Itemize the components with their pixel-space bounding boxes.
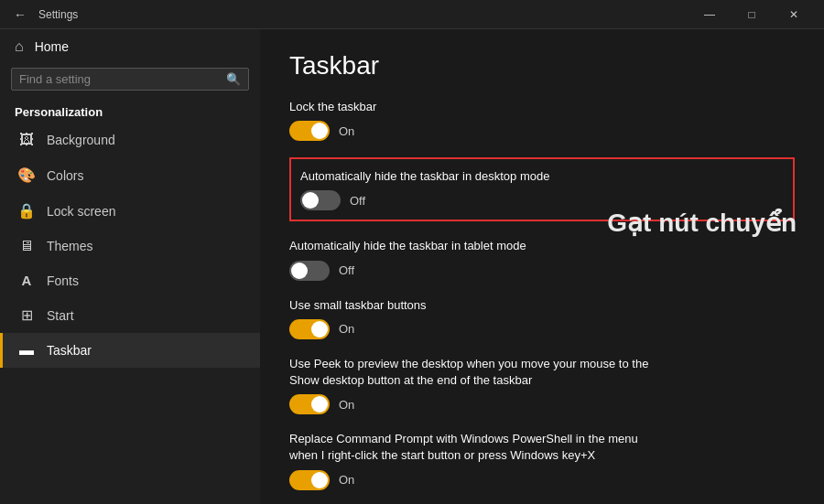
- annotation-text: Gạt nút chuyển: [607, 208, 797, 238]
- sidebar-item-taskbar[interactable]: ▬ Taskbar: [0, 333, 260, 368]
- sidebar-item-label-background: Background: [47, 133, 115, 147]
- toggle-label-lock-taskbar: On: [339, 124, 354, 138]
- title-bar: ← Settings — □ ✕: [0, 0, 824, 29]
- toggle-row-powershell: On: [289, 470, 795, 490]
- background-icon: 🖼: [17, 132, 36, 148]
- toggle-row-lock-taskbar: On: [289, 121, 795, 141]
- sidebar-item-label-lock-screen: Lock screen: [47, 204, 115, 219]
- toggle-label-small-buttons: On: [339, 322, 354, 336]
- page-title: Taskbar: [289, 51, 795, 80]
- toggle-knob-powershell: [311, 472, 328, 488]
- toggle-row-hide-tablet: Off: [289, 261, 795, 281]
- lock-screen-icon: 🔒: [17, 202, 36, 220]
- toggle-peek[interactable]: [289, 394, 330, 414]
- sidebar-item-lock-screen[interactable]: 🔒 Lock screen: [0, 193, 260, 229]
- toggle-knob-lock-taskbar: [311, 123, 328, 139]
- sidebar-item-label-fonts: Fonts: [47, 273, 79, 288]
- sidebar-item-fonts[interactable]: A Fonts: [0, 263, 260, 297]
- sidebar-item-home[interactable]: ⌂ Home: [0, 29, 260, 64]
- toggle-label-peek: On: [339, 398, 354, 412]
- sidebar: ⌂ Home 🔍 Personalization 🖼 Background 🎨 …: [0, 29, 260, 504]
- sidebar-item-label-taskbar: Taskbar: [47, 343, 92, 358]
- app-title: Settings: [38, 8, 78, 21]
- toggle-label-hide-desktop: Off: [350, 194, 365, 208]
- sidebar-item-label-start: Start: [47, 308, 74, 323]
- toggle-label-hide-tablet: Off: [339, 263, 354, 277]
- setting-powershell-label: Replace Command Prompt with Windows Powe…: [289, 431, 795, 464]
- home-icon: ⌂: [15, 38, 24, 55]
- setting-lock-taskbar: Lock the taskbar On: [289, 99, 795, 141]
- toggle-knob-small-buttons: [311, 321, 328, 338]
- toggle-lock-taskbar[interactable]: [289, 121, 330, 141]
- sidebar-item-themes[interactable]: 🖥 Themes: [0, 229, 260, 263]
- setting-peek-label: Use Peek to preview the desktop when you…: [289, 356, 795, 389]
- toggle-powershell[interactable]: [289, 470, 330, 490]
- setting-hide-desktop-label: Automatically hide the taskbar in deskto…: [300, 168, 784, 185]
- sidebar-item-label-themes: Themes: [47, 239, 93, 253]
- toggle-hide-tablet[interactable]: [289, 261, 330, 281]
- search-input[interactable]: [19, 72, 226, 86]
- search-box[interactable]: 🔍: [11, 68, 249, 91]
- setting-peek: Use Peek to preview the desktop when you…: [289, 356, 795, 414]
- taskbar-icon: ▬: [17, 342, 36, 359]
- main-layout: ⌂ Home 🔍 Personalization 🖼 Background 🎨 …: [0, 29, 824, 504]
- start-icon: ⊞: [17, 306, 36, 324]
- back-button[interactable]: ←: [9, 4, 31, 26]
- themes-icon: 🖥: [17, 238, 36, 254]
- toggle-knob-hide-desktop: [302, 192, 319, 209]
- setting-small-buttons-label: Use small taskbar buttons: [289, 297, 795, 314]
- maximize-button[interactable]: □: [731, 0, 773, 29]
- setting-powershell: Replace Command Prompt with Windows Powe…: [289, 431, 795, 489]
- colors-icon: 🎨: [17, 166, 36, 184]
- content-area: Taskbar Lock the taskbar On Automaticall…: [260, 29, 824, 504]
- toggle-row-small-buttons: On: [289, 319, 795, 339]
- setting-small-buttons: Use small taskbar buttons On: [289, 297, 795, 339]
- close-button[interactable]: ✕: [773, 0, 815, 29]
- sidebar-item-start[interactable]: ⊞ Start: [0, 297, 260, 333]
- sidebar-item-label-colors: Colors: [47, 168, 83, 183]
- minimize-button[interactable]: —: [688, 0, 731, 29]
- toggle-hide-desktop[interactable]: [300, 190, 341, 210]
- home-label: Home: [35, 39, 69, 54]
- window-controls: — □ ✕: [688, 0, 815, 29]
- toggle-row-peek: On: [289, 394, 795, 414]
- sidebar-item-colors[interactable]: 🎨 Colors: [0, 157, 260, 193]
- toggle-small-buttons[interactable]: [289, 319, 330, 339]
- setting-hide-tablet-label: Automatically hide the taskbar in tablet…: [289, 238, 795, 254]
- toggle-knob-hide-tablet: [291, 263, 308, 279]
- sidebar-section-title: Personalization: [0, 98, 260, 123]
- toggle-knob-peek: [311, 396, 328, 413]
- toggle-label-powershell: On: [339, 473, 354, 487]
- setting-lock-taskbar-label: Lock the taskbar: [289, 99, 795, 115]
- setting-hide-tablet: Automatically hide the taskbar in tablet…: [289, 238, 795, 280]
- sidebar-item-background[interactable]: 🖼 Background: [0, 123, 260, 157]
- search-icon: 🔍: [226, 72, 241, 86]
- fonts-icon: A: [17, 273, 36, 288]
